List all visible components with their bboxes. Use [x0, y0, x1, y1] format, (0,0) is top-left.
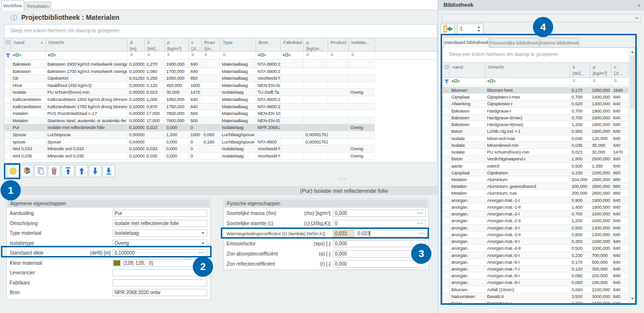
table-row[interactable]: KalkzandsteenKalkzandsteen 1850 kg/m3 dr… [4, 96, 375, 103]
table-cell: 500 [189, 110, 202, 117]
fabrikant-field[interactable] [113, 279, 207, 286]
table-cell: Isolatielaag [220, 124, 256, 131]
column-header[interactable]: µ[kg/(m... [304, 38, 328, 51]
table-cell: 0,00000 [128, 89, 145, 96]
aanduiding-field[interactable]: Pur [113, 210, 207, 217]
filter-cell[interactable]: = [202, 52, 220, 59]
copy-button[interactable] [34, 165, 47, 177]
table-row[interactable]: MetalenStainless steel, austenitic or au… [4, 117, 375, 125]
column-header[interactable]: Omschr [46, 38, 128, 51]
table-row[interactable]: KalkzandsteenKalkzandsteen 1750 kg/m3 dr… [4, 103, 375, 111]
table-cell: 1750,000 [165, 103, 189, 110]
field-value: 0 [335, 221, 338, 226]
table-row[interactable]: Wol 0,035Minerale wol 0,0350,100000,0350… [4, 153, 375, 160]
field-label: Kleur materiaal [10, 260, 42, 266]
column-header-label: [J/... [191, 46, 200, 51]
emissiefactor-field[interactable]: 0,000 [333, 240, 426, 247]
column-header[interactable]: Product [328, 38, 349, 51]
filter-cell[interactable]: = [349, 52, 375, 59]
filter-cell[interactable]: aBc [46, 52, 128, 59]
table-cell: 0,10000 [128, 124, 145, 131]
table-row[interactable]: IsolatiePU schuim(freon)-min0,000000,023… [4, 89, 375, 96]
field-label: Soortelijke warmte (c) [227, 221, 273, 226]
table-cell [304, 117, 328, 124]
library-count-spinner[interactable]: 1 [457, 24, 484, 34]
column-header[interactable]: Fabrikant [281, 38, 304, 51]
table-cell: 0 [189, 153, 202, 159]
filter-cell[interactable]: = [220, 52, 256, 59]
field-label: Leverancier [10, 270, 35, 275]
column-header[interactable]: λ[W/(... [145, 38, 165, 51]
table-cell [304, 61, 328, 68]
bron-field[interactable]: NPR 2068:2020 ontw [113, 289, 207, 296]
soortelijke-massa-rho--field[interactable]: 0,000··· [333, 210, 426, 217]
table-row[interactable]: SpouwLuchtspouw0,000001,20010000,000Luch… [4, 131, 375, 139]
column-header[interactable]: Bron [256, 38, 281, 51]
column-header[interactable]: Aand▲ [11, 38, 46, 51]
table-row[interactable]: GkGipskarton0,012500,2501000,000850Mater… [4, 75, 375, 82]
column-header-label: [W/(... [147, 46, 159, 51]
move-down-button[interactable] [89, 165, 101, 177]
spinner-up-icon[interactable] [477, 26, 480, 28]
filter-cell[interactable]: aBc [11, 52, 46, 59]
table-row[interactable]: BaksteenBaksteen 1900 kg/m3 metselwerk o… [4, 61, 375, 68]
table-cell: NEN-EN-ISO [256, 117, 281, 124]
filter-cell[interactable]: = [128, 52, 145, 59]
info-icon: i [11, 14, 17, 21]
type-materiaal-field[interactable]: Isolatielaag [113, 229, 207, 237]
table-row[interactable]: BaksteenBaksteen 1700 kg/m3 metselwerk o… [4, 68, 375, 75]
filter-cell[interactable]: = [189, 52, 202, 59]
highlight-box-4 [441, 34, 637, 305]
table-row[interactable]: HoutNaaldhout (450 kg/m3)0,000000,120450… [4, 82, 375, 89]
field-label: Fabrikant [10, 280, 30, 285]
soortelijke-warmte-c--field[interactable]: 0··· [333, 220, 426, 227]
splitter-handle[interactable]: ··· [329, 176, 358, 182]
filter-cell[interactable]: = [328, 52, 349, 59]
filter-cell[interactable]: = [145, 52, 165, 59]
table-cell [304, 89, 328, 96]
move-last-button[interactable] [102, 165, 115, 177]
highlight-box-2 [1, 246, 212, 257]
column-header[interactable]: c[J/... [189, 38, 202, 51]
table-cell [304, 145, 328, 152]
zon-reflectieco-ffici-nt-field[interactable]: 0,000··· [333, 260, 426, 268]
insert-from-library-button[interactable] [21, 165, 33, 177]
table-cell: Baksteen 1900 kg/m3 metselwerk overige [46, 61, 128, 68]
table-row[interactable]: Wol 0,033Minerale wol 0,0330,100000,0330… [4, 145, 375, 153]
filter-cell[interactable]: aBc [256, 52, 281, 59]
tab-resultaten[interactable]: Resultaten [25, 1, 51, 10]
table-cell: Voorbeeld N [256, 75, 281, 82]
equals-filter-icon: = [204, 52, 207, 57]
column-header[interactable]: Isolatie... [349, 38, 375, 51]
column-header[interactable]: d[m] [128, 38, 145, 51]
table-cell: 1700,000 [165, 68, 189, 75]
delete-button[interactable] [48, 165, 60, 177]
omschrijving-field[interactable]: Isolatie met reflecterende folie [113, 220, 207, 227]
row-indicator-cell [4, 117, 11, 124]
table-row[interactable]: metalenRVS RoestVastStaal I=170,0000017,… [4, 110, 375, 117]
collapse-panel-icon[interactable]: ‹ [636, 1, 643, 9]
column-header[interactable]: Type [220, 38, 256, 51]
table-cell [281, 75, 304, 82]
table-cell: Overig [349, 145, 375, 152]
ellipsis-button[interactable]: ··· [417, 210, 424, 216]
field-value: Isolatielaag [114, 230, 139, 236]
library-title: Bibliotheek [444, 2, 473, 8]
table-cell: 0,000 [165, 139, 189, 145]
move-up-button[interactable] [75, 165, 88, 177]
filter-cell[interactable]: aBc [281, 52, 304, 59]
column-header-label: [kg/(m... [306, 46, 323, 51]
tab-workflow[interactable]: Workflow [1, 0, 24, 11]
spinner-down-icon[interactable] [477, 30, 480, 32]
move-first-button[interactable] [62, 165, 74, 177]
column-header[interactable]: Rcav[(m... [202, 38, 220, 51]
column-header[interactable]: ρ[kg/m³] [165, 38, 189, 51]
table-row[interactable]: spouwSpouw0,040000,00000,180Luchtlaag/sp… [4, 139, 375, 146]
filter-cell[interactable]: = [304, 52, 328, 59]
filter-cell[interactable]: = [165, 52, 189, 59]
ellipsis-button[interactable]: ··· [417, 220, 424, 227]
equals-filter-icon: = [130, 52, 133, 57]
field-value: 0,000 [335, 241, 347, 246]
import-from-library-button[interactable] [441, 24, 455, 34]
table-row[interactable]: →PurIsolatie met reflecterende folie0,10… [4, 124, 375, 131]
